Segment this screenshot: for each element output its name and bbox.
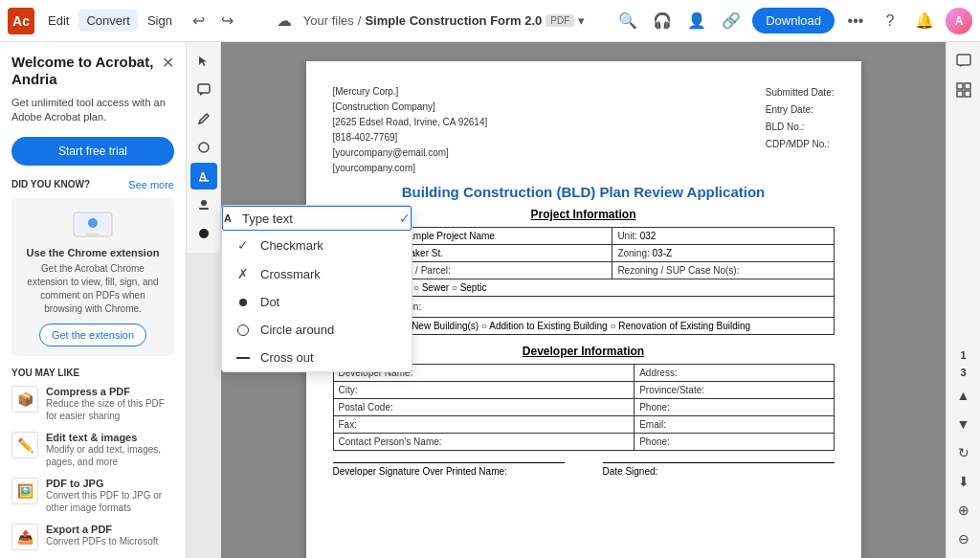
tool-sidebar-container: A A Type text ✓ ✓ Checkmark	[187, 42, 221, 558]
dropdown-dot[interactable]: Dot	[222, 288, 412, 316]
link-icon[interactable]: 🔗	[718, 8, 745, 34]
menu-convert[interactable]: Convert	[78, 10, 138, 32]
dropdown-checkmark[interactable]: ✓ Checkmark	[222, 231, 412, 259]
edit-desc: Modify or add text, images, pages, and m…	[46, 443, 174, 468]
svg-rect-15	[957, 91, 963, 97]
dropdown-header[interactable]: A Type text ✓	[222, 206, 412, 231]
suggestion-jpg[interactable]: 🖼️ PDF to JPG Convert this PDF to JPG or…	[11, 478, 174, 514]
promo-title: Use the Chrome extension	[21, 247, 165, 258]
tool-sidebar: A	[187, 42, 221, 253]
stamp-tool-button[interactable]	[190, 191, 217, 218]
svg-point-10	[199, 229, 209, 238]
dot-icon	[235, 299, 251, 306]
fill-tool-button[interactable]	[190, 220, 217, 247]
table-row: Contact Person's Name: Phone:	[333, 434, 834, 451]
scroll-up-button[interactable]: ▲	[950, 382, 977, 409]
help-icon[interactable]: ?	[877, 8, 903, 34]
dropdown-circle[interactable]: Circle around	[222, 316, 412, 344]
headphone-icon[interactable]: 🎧	[649, 8, 676, 34]
download-button[interactable]: Download	[752, 8, 835, 33]
submission-info: Submitted Date: Entry Date: BLD No.: CDP…	[766, 84, 835, 176]
see-more-link[interactable]: See more	[128, 179, 174, 190]
svg-rect-16	[965, 91, 970, 97]
get-extension-button[interactable]: Get the extension	[39, 324, 146, 346]
search-icon[interactable]: 🔍	[614, 8, 641, 34]
annotation-type-dropdown: A Type text ✓ ✓ Checkmark ✗ Crossmark Do…	[221, 205, 412, 372]
you-may-like-header: YOU MAY LIKE	[11, 368, 174, 378]
topbar-left: Ac Edit Convert Sign ↩ ↪	[8, 8, 241, 34]
svg-point-5	[199, 143, 209, 152]
more-options-icon[interactable]: •••	[842, 8, 869, 34]
svg-rect-3	[86, 234, 100, 236]
developer-table: Developer Name: Address: City: Province/…	[333, 364, 835, 451]
table-row: City: Province/State:	[333, 382, 834, 399]
compress-title: Compress a PDF	[46, 386, 174, 397]
jpg-title: PDF to JPG	[46, 478, 174, 489]
files-link[interactable]: Your files	[303, 13, 354, 28]
zoom-in-button[interactable]: ⊕	[950, 497, 977, 524]
suggestion-edit[interactable]: ✏️ Edit text & images Modify or add text…	[11, 432, 174, 468]
suggestion-compress[interactable]: 📦 Compress a PDF Reduce the size of this…	[11, 386, 174, 422]
edit-title: Edit text & images	[46, 432, 174, 443]
svg-rect-13	[957, 83, 963, 89]
refresh-button[interactable]: ↻	[950, 439, 977, 466]
sig-name-field: Developer Signature Over Printed Name:	[333, 462, 565, 477]
form-title: Building Construction (BLD) Plan Review …	[333, 184, 835, 200]
topbar-center: ☁ Your files / Simple Construction Form …	[245, 8, 611, 34]
panel-title: Welcome to Acrobat, Andria	[11, 54, 162, 88]
menu-edit[interactable]: Edit	[40, 10, 77, 32]
table-row: Postal Code: Phone:	[333, 399, 834, 416]
circle-icon	[235, 324, 251, 336]
suggestion-export[interactable]: 📤 Export a PDF Convert PDFs to Microsoft	[11, 524, 174, 550]
pages-panel-button[interactable]	[950, 77, 977, 103]
promo-text: Get the Acrobat Chrome extension to view…	[21, 262, 165, 316]
svg-rect-7	[199, 180, 209, 182]
crossmark-icon: ✗	[235, 266, 251, 281]
text-tool-button[interactable]: A	[190, 163, 217, 190]
table-row: Fax: Email:	[333, 416, 834, 434]
scroll-down-button[interactable]: ▼	[950, 411, 977, 437]
file-name: Simple Construction Form 2.0	[365, 13, 542, 28]
svg-rect-4	[198, 84, 210, 93]
jpg-desc: Convert this PDF to JPG or other image f…	[46, 489, 174, 514]
app-icon: Ac	[8, 8, 34, 34]
topbar-right: 🔍 🎧 👤 🔗 Download ••• ? 🔔 A	[614, 8, 972, 34]
chrome-extension-image	[69, 208, 117, 241]
close-panel-button[interactable]: ✕	[162, 54, 174, 72]
svg-rect-12	[957, 55, 970, 65]
edit-icon: ✏️	[11, 432, 38, 458]
sig-date-field: Date Signed:	[603, 462, 835, 477]
main-layout: Welcome to Acrobat, Andria ✕ Get unlimit…	[0, 42, 980, 558]
dropdown-crossout[interactable]: Cross out	[222, 344, 412, 371]
user-icon[interactable]: 👤	[683, 8, 710, 34]
export-icon: 📤	[11, 524, 38, 550]
left-panel: Welcome to Acrobat, Andria ✕ Get unlimit…	[0, 42, 187, 558]
avatar[interactable]: A	[946, 8, 972, 34]
page-number-3: 3	[958, 365, 968, 380]
compress-desc: Reduce the size of this PDF for easier s…	[46, 397, 174, 422]
zoom-out-button[interactable]: ⊖	[950, 525, 977, 552]
chevron-down-icon[interactable]: ▾	[578, 13, 585, 28]
company-header: [Mercury Corp.] [Construction Company] […	[333, 84, 835, 176]
shape-tool-button[interactable]	[190, 134, 217, 161]
cloud-icon: ☁	[271, 8, 298, 34]
dropdown-crossmark[interactable]: ✗ Crossmark	[222, 259, 412, 288]
undo-button[interactable]: ↩	[186, 8, 212, 34]
redo-button[interactable]: ↪	[214, 8, 241, 34]
compress-icon: 📦	[11, 386, 38, 413]
select-tool-button[interactable]	[190, 48, 217, 75]
download-page-button[interactable]: ⬇	[950, 468, 977, 495]
notifications-icon[interactable]: 🔔	[911, 8, 938, 34]
right-sidebar: 1 3 ▲ ▼ ↻ ⬇ ⊕ ⊖	[946, 42, 980, 558]
comment-panel-button[interactable]	[950, 48, 977, 75]
comment-tool-button[interactable]	[190, 77, 217, 103]
svg-text:A: A	[224, 212, 232, 224]
panel-subtitle: Get unlimited tool access with an Adobe …	[11, 96, 174, 125]
pen-tool-button[interactable]	[190, 105, 217, 132]
menu-sign[interactable]: Sign	[140, 10, 180, 32]
panel-header: Welcome to Acrobat, Andria ✕	[11, 54, 174, 88]
svg-point-8	[201, 200, 207, 206]
start-trial-button[interactable]: Start free trial	[11, 137, 174, 166]
promo-card: Use the Chrome extension Get the Acrobat…	[11, 198, 174, 356]
page-number-1: 1	[958, 347, 968, 363]
